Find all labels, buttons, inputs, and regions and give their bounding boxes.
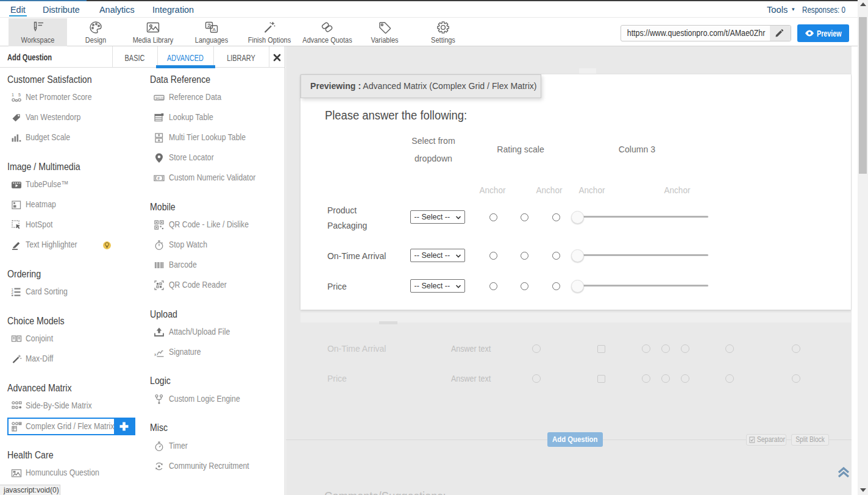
svg-text:5: 5 [18, 93, 21, 97]
svg-text:A: A [212, 27, 216, 32]
svg-text:x: x [154, 352, 157, 357]
svg-text:#: # [157, 176, 160, 180]
svg-text:94122: 94122 [155, 96, 164, 100]
svg-text:2: 2 [12, 291, 14, 294]
svg-text:1: 1 [12, 93, 14, 97]
